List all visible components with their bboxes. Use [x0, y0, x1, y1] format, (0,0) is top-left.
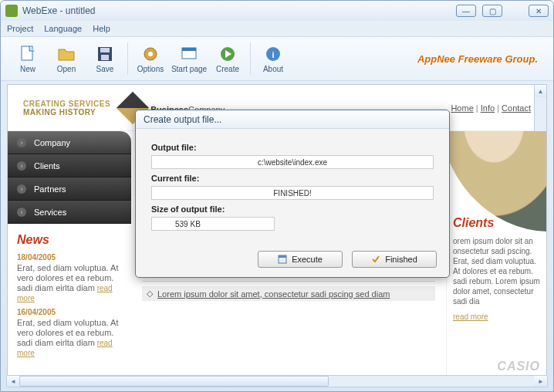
chevron-right-icon: ›: [17, 138, 26, 147]
main-window: WebExe - untitled — ▢ ✕ Project Language…: [0, 0, 554, 392]
svg-rect-12: [279, 255, 286, 258]
toolbar-divider: [250, 42, 251, 75]
svg-point-5: [148, 52, 153, 56]
dialog-title: Create output file...: [136, 110, 449, 129]
create-output-dialog: Create output file... Output file: c:\we…: [135, 110, 450, 278]
news-heading: News: [17, 233, 123, 247]
app-icon: [5, 5, 18, 17]
about-icon: i: [264, 45, 282, 63]
diamond-icon: ◇: [147, 289, 153, 299]
chevron-right-icon: ›: [17, 161, 26, 171]
toolbar-divider: [127, 42, 128, 75]
nav-company[interactable]: ›Company: [8, 131, 131, 154]
horizontal-scrollbar[interactable]: ◄ ►: [6, 375, 548, 387]
open-icon: [57, 45, 76, 63]
execute-icon: [278, 255, 287, 264]
execute-button[interactable]: Execute: [258, 251, 343, 268]
svg-rect-3: [101, 55, 109, 60]
about-button[interactable]: i About: [254, 39, 292, 78]
clients-text: orem ipsum dolor sit an onsectetur sadi …: [453, 236, 540, 306]
casio-logo: CASIO: [497, 360, 540, 373]
check-icon: [371, 255, 380, 264]
output-file-value: c:\website\index.exe: [151, 155, 434, 169]
tagline: CREATING SERVICES MAKING HISTORY: [23, 100, 110, 117]
options-icon: [141, 45, 160, 63]
finished-button[interactable]: Finished: [352, 251, 437, 268]
scroll-right-button[interactable]: ►: [535, 376, 547, 387]
open-button[interactable]: Open: [47, 39, 86, 78]
nav-clients[interactable]: ›Clients: [8, 154, 131, 177]
scroll-track[interactable]: [19, 376, 535, 387]
save-button[interactable]: Save: [86, 39, 124, 78]
create-icon: [218, 45, 237, 63]
start-page-icon: [180, 45, 198, 63]
right-column: Clients orem ipsum dolor sit an onsectet…: [446, 131, 546, 377]
svg-rect-7: [182, 48, 196, 51]
menu-project[interactable]: Project: [7, 24, 33, 33]
nav-services[interactable]: ›Services: [8, 201, 131, 224]
scroll-thumb[interactable]: [19, 376, 329, 387]
menu-language[interactable]: Language: [44, 24, 82, 33]
start-page-button[interactable]: Start page: [170, 39, 208, 78]
create-button[interactable]: Create: [208, 39, 247, 78]
news-section: News 18/04/2005 Erat, sed diam voluptua.…: [8, 224, 131, 358]
minimize-button[interactable]: —: [456, 5, 476, 17]
options-button[interactable]: Options: [131, 39, 170, 78]
dialog-buttons: Execute Finished: [258, 251, 437, 268]
svg-rect-2: [100, 48, 110, 52]
scroll-up-button[interactable]: ▲: [535, 85, 546, 97]
size-value: 539 KB: [151, 217, 275, 231]
new-icon: [19, 45, 37, 63]
news-date: 16/04/2005: [17, 308, 123, 316]
chevron-right-icon: ›: [17, 208, 26, 217]
chevron-right-icon: ›: [17, 184, 26, 194]
menu-help[interactable]: Help: [93, 24, 110, 33]
quick-link-item[interactable]: ◇Lorem ipsum dolor sit amet, consectetur…: [142, 286, 435, 301]
news-lead: Erat, sed diam voluptua. At vero dolores…: [17, 263, 123, 303]
size-label: Size of output file:: [151, 204, 434, 214]
toolbar: New Open Save Options Start page Create …: [1, 36, 553, 81]
titlebar: WebExe - untitled — ▢ ✕: [1, 1, 553, 21]
current-file-value: FINISHED!: [151, 186, 434, 200]
read-more-link[interactable]: read more: [453, 313, 488, 321]
link-info[interactable]: Info: [481, 103, 495, 113]
news-date: 18/04/2005: [17, 253, 123, 262]
svg-text:i: i: [272, 50, 274, 59]
dialog-body: Output file: c:\website\index.exe Curren…: [136, 129, 449, 245]
scroll-left-button[interactable]: ◄: [7, 376, 19, 387]
nav-partners[interactable]: ›Partners: [8, 177, 131, 201]
link-contact[interactable]: Contact: [502, 103, 531, 113]
news-lead: Erat, sed diam voluptua. At vero dolores…: [17, 318, 123, 358]
current-file-label: Current file:: [151, 174, 434, 183]
close-button[interactable]: ✕: [529, 5, 549, 17]
window-controls: — ▢ ✕: [456, 5, 549, 17]
side-nav: ›Company ›Clients ›Partners ›Services Ne…: [8, 131, 131, 377]
brand-logo: AppNee Freeware Group.: [417, 53, 538, 65]
menu-bar: Project Language Help: [1, 21, 553, 36]
header-links: Home | Info | Contact: [451, 103, 531, 113]
link-home[interactable]: Home: [451, 103, 473, 113]
save-icon: [96, 45, 114, 63]
output-file-label: Output file:: [151, 143, 434, 152]
maximize-button[interactable]: ▢: [482, 5, 502, 17]
new-button[interactable]: New: [8, 39, 47, 78]
window-title: WebExe - untitled: [22, 5, 96, 16]
